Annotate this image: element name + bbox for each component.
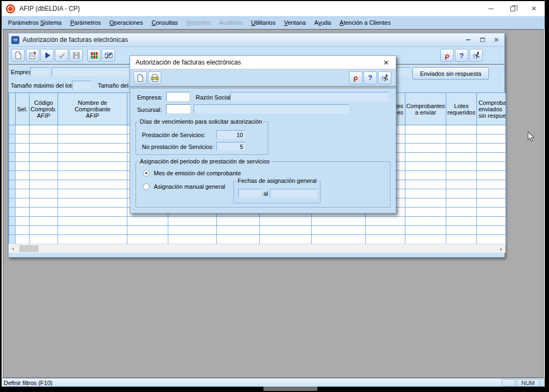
razon-social-field[interactable]: [230, 92, 389, 102]
table-cell[interactable]: [405, 153, 446, 162]
row-header-cell[interactable]: [9, 217, 16, 226]
menu-item[interactable]: Ventana: [280, 17, 310, 28]
dialog-empresa-field[interactable]: [166, 92, 190, 102]
table-cell[interactable]: [58, 144, 127, 153]
empresa-code-field[interactable]: [30, 67, 49, 76]
table-cell[interactable]: [446, 208, 477, 217]
save-button[interactable]: [69, 49, 83, 62]
table-cell[interactable]: [477, 208, 506, 217]
column-header[interactable]: Sel.: [16, 93, 30, 125]
table-cell[interactable]: [16, 189, 30, 198]
menu-item[interactable]: Atención a Clientes: [336, 17, 395, 28]
new-button[interactable]: [11, 49, 25, 62]
table-cell[interactable]: [16, 134, 30, 144]
dialog-help-button[interactable]: ?: [363, 72, 377, 84]
dialog-quick-exit-button[interactable]: [378, 72, 391, 84]
table-cell[interactable]: [58, 180, 127, 189]
row-header-cell[interactable]: [9, 125, 16, 134]
table-cell[interactable]: [58, 171, 127, 180]
table-cell[interactable]: [477, 134, 506, 144]
table-cell[interactable]: [16, 162, 30, 171]
table-cell[interactable]: [477, 189, 506, 198]
table-cell[interactable]: [16, 171, 30, 180]
dialog-print-button[interactable]: [148, 72, 161, 84]
table-cell[interactable]: [16, 180, 30, 189]
table-cell[interactable]: [477, 217, 506, 226]
radio-mes-emision[interactable]: [143, 170, 149, 176]
table-cell[interactable]: [477, 125, 506, 134]
row-header-cell[interactable]: [9, 235, 16, 244]
table-cell[interactable]: [30, 153, 58, 162]
row-header-cell[interactable]: [9, 189, 16, 198]
scroll-left-icon[interactable]: ‹: [9, 244, 18, 253]
table-cell[interactable]: [405, 235, 446, 244]
table-cell[interactable]: [58, 162, 127, 171]
table-cell[interactable]: [30, 226, 58, 235]
table-cell[interactable]: [168, 226, 217, 235]
menu-item[interactable]: Ayuda: [310, 17, 336, 28]
no-prestacion-field[interactable]: 5: [216, 142, 246, 151]
table-cell[interactable]: [312, 217, 366, 226]
minimize-button[interactable]: [480, 1, 502, 16]
table-cell[interactable]: [405, 171, 446, 180]
restore-button[interactable]: [502, 1, 523, 16]
table-cell[interactable]: [477, 235, 506, 244]
table-cell[interactable]: [58, 217, 127, 226]
scroll-right-icon[interactable]: ›: [496, 244, 505, 253]
column-header[interactable]: Nombre de Comprobante AFIP: [58, 93, 127, 125]
table-cell[interactable]: [127, 235, 168, 244]
table-cell[interactable]: [405, 217, 446, 226]
table-cell[interactable]: [446, 226, 477, 235]
table-cell[interactable]: [366, 217, 405, 226]
table-cell[interactable]: [16, 235, 30, 244]
table-cell[interactable]: [30, 198, 58, 208]
fecha-desde-field[interactable]: [238, 189, 261, 198]
column-header[interactable]: Comprobantes enviados sin respuesta: [477, 93, 506, 125]
table-cell[interactable]: [16, 153, 30, 162]
table-cell[interactable]: [477, 198, 506, 208]
column-header[interactable]: [9, 93, 16, 125]
table-cell[interactable]: [446, 217, 477, 226]
table-cell[interactable]: [405, 189, 446, 198]
table-cell[interactable]: [405, 125, 446, 134]
table-cell[interactable]: [58, 208, 127, 217]
table-cell[interactable]: [58, 198, 127, 208]
table-cell[interactable]: [366, 226, 405, 235]
fecha-hasta-field[interactable]: [270, 189, 317, 198]
table-cell[interactable]: [217, 235, 260, 244]
table-cell[interactable]: [217, 217, 260, 226]
radio-asignacion-manual[interactable]: [143, 183, 149, 190]
table-cell[interactable]: [260, 217, 312, 226]
table-cell[interactable]: [168, 235, 217, 244]
row-header-cell[interactable]: [9, 162, 16, 171]
table-cell[interactable]: [312, 235, 366, 244]
child-minimize-button[interactable]: [465, 36, 472, 44]
table-cell[interactable]: [30, 171, 58, 180]
dialog-exit-button[interactable]: ρ: [349, 72, 362, 84]
row-header-cell[interactable]: [9, 153, 16, 162]
table-cell[interactable]: [16, 208, 30, 217]
table-cell[interactable]: [30, 162, 58, 171]
menu-item[interactable]: Operaciones: [105, 17, 147, 28]
row-header-cell[interactable]: [9, 198, 16, 208]
table-cell[interactable]: [446, 189, 477, 198]
table-cell[interactable]: [58, 153, 127, 162]
properties-button[interactable]: [26, 49, 39, 62]
sucursal-name-field[interactable]: [194, 104, 350, 114]
table-cell[interactable]: [58, 226, 127, 235]
table-cell[interactable]: [30, 144, 58, 153]
table-cell[interactable]: [30, 189, 58, 198]
run-button[interactable]: [40, 49, 54, 62]
table-cell[interactable]: [405, 226, 446, 235]
table-cell[interactable]: [30, 208, 58, 217]
menu-item[interactable]: Consultas: [147, 17, 182, 28]
table-cell[interactable]: [446, 162, 477, 171]
table-cell[interactable]: [446, 198, 477, 208]
horizontal-scrollbar[interactable]: ‹ ›: [9, 244, 505, 253]
exit-button[interactable]: ρ: [440, 49, 454, 62]
table-cell[interactable]: [127, 226, 168, 235]
table-cell[interactable]: [58, 235, 127, 244]
table-cell[interactable]: [477, 162, 506, 171]
table-cell[interactable]: [58, 125, 127, 134]
scrollbar-thumb[interactable]: [19, 245, 39, 252]
